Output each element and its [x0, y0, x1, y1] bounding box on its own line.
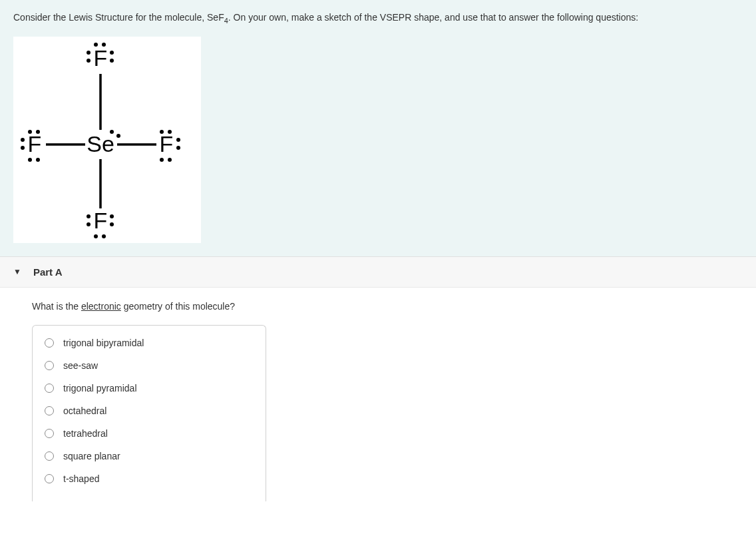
svg-point-15 [110, 222, 114, 226]
svg-point-8 [94, 43, 98, 47]
option-row[interactable]: square planar [45, 451, 254, 461]
svg-text:F: F [28, 131, 42, 156]
svg-point-9 [102, 43, 106, 47]
svg-text:F: F [94, 45, 108, 71]
radio-icon[interactable] [45, 338, 54, 348]
question-text: What is the electronic geometry of this … [32, 301, 724, 312]
part-header[interactable]: ▼ Part A [0, 257, 756, 288]
radio-icon[interactable] [45, 474, 54, 483]
svg-point-14 [110, 214, 114, 218]
svg-point-13 [87, 222, 91, 226]
intro-text: Consider the Lewis Structure for the mol… [13, 12, 743, 25]
option-row[interactable]: t-shaped [45, 473, 254, 484]
svg-point-16 [94, 234, 98, 238]
radio-icon[interactable] [45, 361, 54, 370]
option-label: trigonal pyramidal [63, 383, 137, 394]
svg-point-25 [36, 158, 40, 162]
svg-point-6 [110, 51, 114, 55]
option-row[interactable]: tetrahedral [45, 428, 254, 439]
svg-point-33 [168, 158, 172, 162]
svg-point-22 [28, 130, 32, 134]
svg-point-24 [28, 158, 32, 162]
svg-point-30 [160, 130, 164, 134]
svg-point-23 [36, 130, 40, 134]
svg-point-20 [21, 138, 25, 142]
option-label: trigonal bipyramidal [63, 338, 144, 348]
svg-point-31 [168, 130, 172, 134]
svg-point-4 [87, 51, 91, 55]
svg-point-7 [110, 59, 114, 63]
intro-section: Consider the Lewis Structure for the mol… [0, 0, 756, 256]
intro-text-before: Consider the Lewis Structure for the mol… [13, 12, 224, 23]
radio-icon[interactable] [45, 406, 54, 415]
option-label: square planar [63, 451, 120, 461]
option-row[interactable]: trigonal bipyramidal [45, 338, 254, 348]
chevron-down-icon: ▼ [13, 267, 21, 276]
radio-icon[interactable] [45, 384, 54, 393]
radio-icon[interactable] [45, 429, 54, 438]
question-area: What is the electronic geometry of this … [0, 288, 756, 501]
svg-point-1 [110, 130, 114, 134]
option-label: t-shaped [63, 473, 99, 484]
question-suffix: geometry of this molecule? [121, 301, 235, 312]
intro-text-after: . On your own, make a sketch of the VSEP… [228, 12, 638, 23]
question-underlined: electronic [81, 301, 121, 312]
svg-point-29 [176, 146, 180, 150]
svg-point-21 [21, 146, 25, 150]
question-prefix: What is the [32, 301, 81, 312]
lewis-structure-image: Se F F [13, 37, 201, 243]
part-a-section: ▼ Part A What is the electronic geometry… [0, 256, 756, 501]
option-label: tetrahedral [63, 428, 108, 439]
svg-text:Se: Se [87, 131, 114, 156]
svg-point-17 [102, 234, 106, 238]
svg-point-12 [87, 214, 91, 218]
option-row[interactable]: see-saw [45, 360, 254, 371]
option-label: see-saw [63, 360, 98, 371]
option-label: octahedral [63, 405, 106, 416]
svg-text:F: F [94, 208, 108, 233]
options-box: trigonal bipyramidal see-saw trigonal py… [32, 325, 266, 501]
svg-text:F: F [160, 131, 174, 156]
part-title: Part A [33, 266, 63, 278]
svg-point-5 [87, 59, 91, 63]
option-row[interactable]: octahedral [45, 405, 254, 416]
svg-point-32 [160, 158, 164, 162]
svg-point-28 [176, 138, 180, 142]
radio-icon[interactable] [45, 451, 54, 461]
svg-point-2 [116, 134, 120, 138]
option-row[interactable]: trigonal pyramidal [45, 383, 254, 394]
